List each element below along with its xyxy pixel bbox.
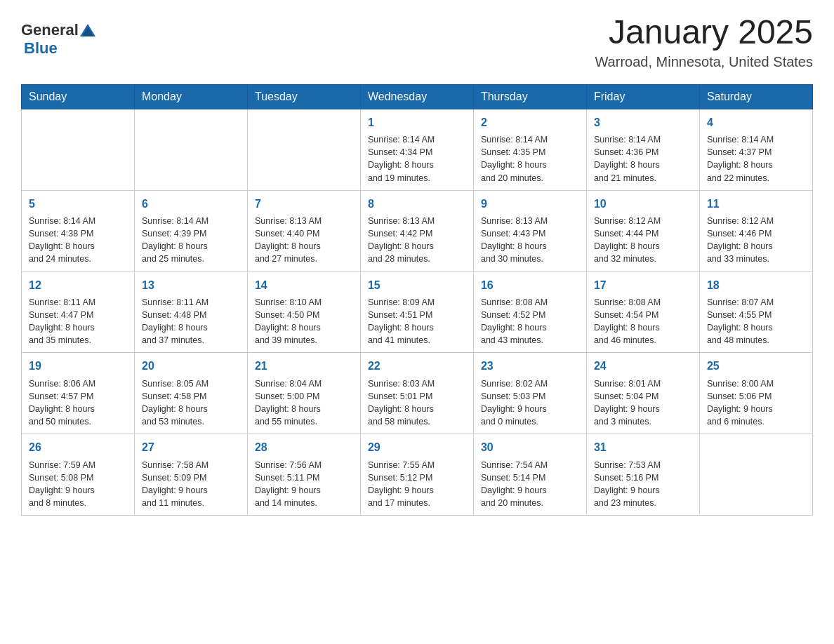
day-number: 7 (255, 196, 353, 212)
day-number: 30 (481, 440, 579, 455)
day-info: Sunrise: 8:14 AMSunset: 4:34 PMDaylight:… (368, 133, 466, 185)
column-header-thursday: Thursday (473, 84, 586, 109)
day-info: Sunrise: 8:09 AMSunset: 4:51 PMDaylight:… (368, 296, 466, 347)
day-number: 3 (594, 115, 692, 130)
calendar-table: SundayMondayTuesdayWednesdayThursdayFrid… (21, 84, 813, 516)
calendar-cell: 3Sunrise: 8:14 AMSunset: 4:36 PMDaylight… (586, 109, 699, 190)
day-number: 20 (142, 358, 240, 374)
day-number: 19 (29, 358, 127, 374)
day-info: Sunrise: 8:13 AMSunset: 4:43 PMDaylight:… (481, 215, 579, 266)
logo-blue-text: Blue (24, 39, 58, 58)
day-number: 6 (142, 196, 240, 212)
page-header: General Blue January 2025 Warroad, Minne… (21, 14, 813, 70)
day-info: Sunrise: 7:56 AMSunset: 5:11 PMDaylight:… (255, 459, 353, 510)
day-info: Sunrise: 8:14 AMSunset: 4:36 PMDaylight:… (594, 133, 692, 185)
calendar-week-row: 19Sunrise: 8:06 AMSunset: 4:57 PMDayligh… (22, 353, 813, 434)
day-number: 13 (142, 278, 240, 293)
calendar-cell (134, 109, 247, 190)
day-info: Sunrise: 8:00 AMSunset: 5:06 PMDaylight:… (707, 377, 805, 429)
calendar-cell: 2Sunrise: 8:14 AMSunset: 4:35 PMDaylight… (473, 109, 586, 190)
day-info: Sunrise: 7:53 AMSunset: 5:16 PMDaylight:… (594, 459, 692, 510)
day-number: 22 (368, 358, 466, 374)
calendar-cell (22, 109, 135, 190)
calendar-cell: 8Sunrise: 8:13 AMSunset: 4:42 PMDaylight… (360, 190, 473, 271)
day-number: 23 (481, 358, 579, 374)
day-number: 12 (29, 278, 127, 293)
calendar-cell: 26Sunrise: 7:59 AMSunset: 5:08 PMDayligh… (22, 434, 135, 516)
day-info: Sunrise: 8:13 AMSunset: 4:40 PMDaylight:… (255, 215, 353, 266)
day-info: Sunrise: 8:10 AMSunset: 4:50 PMDaylight:… (255, 296, 353, 347)
calendar-cell: 28Sunrise: 7:56 AMSunset: 5:11 PMDayligh… (247, 434, 360, 516)
column-header-monday: Monday (134, 84, 247, 109)
logo-triangle-icon (80, 24, 95, 36)
calendar-cell: 23Sunrise: 8:02 AMSunset: 5:03 PMDayligh… (473, 353, 586, 434)
day-number: 31 (594, 440, 692, 455)
calendar-week-row: 5Sunrise: 8:14 AMSunset: 4:38 PMDaylight… (22, 190, 813, 271)
day-info: Sunrise: 7:58 AMSunset: 5:09 PMDaylight:… (142, 459, 240, 510)
calendar-cell: 14Sunrise: 8:10 AMSunset: 4:50 PMDayligh… (247, 271, 360, 353)
day-number: 11 (707, 196, 805, 212)
day-info: Sunrise: 8:11 AMSunset: 4:47 PMDaylight:… (29, 296, 127, 347)
calendar-cell: 16Sunrise: 8:08 AMSunset: 4:52 PMDayligh… (473, 271, 586, 353)
day-number: 24 (594, 358, 692, 374)
calendar-cell: 7Sunrise: 8:13 AMSunset: 4:40 PMDaylight… (247, 190, 360, 271)
calendar-cell: 5Sunrise: 8:14 AMSunset: 4:38 PMDaylight… (22, 190, 135, 271)
month-title: January 2025 (595, 14, 813, 51)
calendar-cell: 25Sunrise: 8:00 AMSunset: 5:06 PMDayligh… (699, 353, 812, 434)
column-header-sunday: Sunday (22, 84, 135, 109)
day-info: Sunrise: 8:07 AMSunset: 4:55 PMDaylight:… (707, 296, 805, 347)
calendar-cell: 22Sunrise: 8:03 AMSunset: 5:01 PMDayligh… (360, 353, 473, 434)
day-info: Sunrise: 8:11 AMSunset: 4:48 PMDaylight:… (142, 296, 240, 347)
day-number: 25 (707, 358, 805, 374)
day-info: Sunrise: 8:05 AMSunset: 4:58 PMDaylight:… (142, 377, 240, 429)
day-number: 14 (255, 278, 353, 293)
day-info: Sunrise: 8:03 AMSunset: 5:01 PMDaylight:… (368, 377, 466, 429)
day-number: 21 (255, 358, 353, 374)
day-number: 15 (368, 278, 466, 293)
day-info: Sunrise: 8:08 AMSunset: 4:52 PMDaylight:… (481, 296, 579, 347)
column-header-wednesday: Wednesday (360, 84, 473, 109)
day-number: 10 (594, 196, 692, 212)
calendar-cell: 17Sunrise: 8:08 AMSunset: 4:54 PMDayligh… (586, 271, 699, 353)
calendar-cell: 18Sunrise: 8:07 AMSunset: 4:55 PMDayligh… (699, 271, 812, 353)
calendar-cell: 4Sunrise: 8:14 AMSunset: 4:37 PMDaylight… (699, 109, 812, 190)
day-info: Sunrise: 8:12 AMSunset: 4:44 PMDaylight:… (594, 215, 692, 266)
calendar-cell: 11Sunrise: 8:12 AMSunset: 4:46 PMDayligh… (699, 190, 812, 271)
day-number: 26 (29, 440, 127, 455)
day-info: Sunrise: 8:01 AMSunset: 5:04 PMDaylight:… (594, 377, 692, 429)
calendar-week-row: 26Sunrise: 7:59 AMSunset: 5:08 PMDayligh… (22, 434, 813, 516)
day-info: Sunrise: 8:14 AMSunset: 4:38 PMDaylight:… (29, 215, 127, 266)
column-header-tuesday: Tuesday (247, 84, 360, 109)
day-info: Sunrise: 8:12 AMSunset: 4:46 PMDaylight:… (707, 215, 805, 266)
calendar-cell: 9Sunrise: 8:13 AMSunset: 4:43 PMDaylight… (473, 190, 586, 271)
day-info: Sunrise: 8:08 AMSunset: 4:54 PMDaylight:… (594, 296, 692, 347)
day-info: Sunrise: 7:54 AMSunset: 5:14 PMDaylight:… (481, 459, 579, 510)
calendar-header-row: SundayMondayTuesdayWednesdayThursdayFrid… (22, 84, 813, 109)
calendar-cell: 29Sunrise: 7:55 AMSunset: 5:12 PMDayligh… (360, 434, 473, 516)
day-number: 2 (481, 115, 579, 130)
day-info: Sunrise: 7:59 AMSunset: 5:08 PMDaylight:… (29, 459, 127, 510)
day-info: Sunrise: 8:04 AMSunset: 5:00 PMDaylight:… (255, 377, 353, 429)
calendar-week-row: 12Sunrise: 8:11 AMSunset: 4:47 PMDayligh… (22, 271, 813, 353)
day-number: 5 (29, 196, 127, 212)
day-info: Sunrise: 8:14 AMSunset: 4:37 PMDaylight:… (707, 133, 805, 185)
calendar-cell: 21Sunrise: 8:04 AMSunset: 5:00 PMDayligh… (247, 353, 360, 434)
day-info: Sunrise: 8:02 AMSunset: 5:03 PMDaylight:… (481, 377, 579, 429)
day-info: Sunrise: 8:13 AMSunset: 4:42 PMDaylight:… (368, 215, 466, 266)
day-number: 1 (368, 115, 466, 130)
calendar-cell: 6Sunrise: 8:14 AMSunset: 4:39 PMDaylight… (134, 190, 247, 271)
day-number: 17 (594, 278, 692, 293)
calendar-cell (247, 109, 360, 190)
day-number: 16 (481, 278, 579, 293)
location-title: Warroad, Minnesota, United States (595, 54, 813, 70)
calendar-cell: 13Sunrise: 8:11 AMSunset: 4:48 PMDayligh… (134, 271, 247, 353)
day-number: 29 (368, 440, 466, 455)
day-info: Sunrise: 7:55 AMSunset: 5:12 PMDaylight:… (368, 459, 466, 510)
calendar-cell: 31Sunrise: 7:53 AMSunset: 5:16 PMDayligh… (586, 434, 699, 516)
column-header-saturday: Saturday (699, 84, 812, 109)
calendar-cell (699, 434, 812, 516)
calendar-cell: 1Sunrise: 8:14 AMSunset: 4:34 PMDaylight… (360, 109, 473, 190)
column-header-friday: Friday (586, 84, 699, 109)
day-info: Sunrise: 8:14 AMSunset: 4:35 PMDaylight:… (481, 133, 579, 185)
day-number: 9 (481, 196, 579, 212)
